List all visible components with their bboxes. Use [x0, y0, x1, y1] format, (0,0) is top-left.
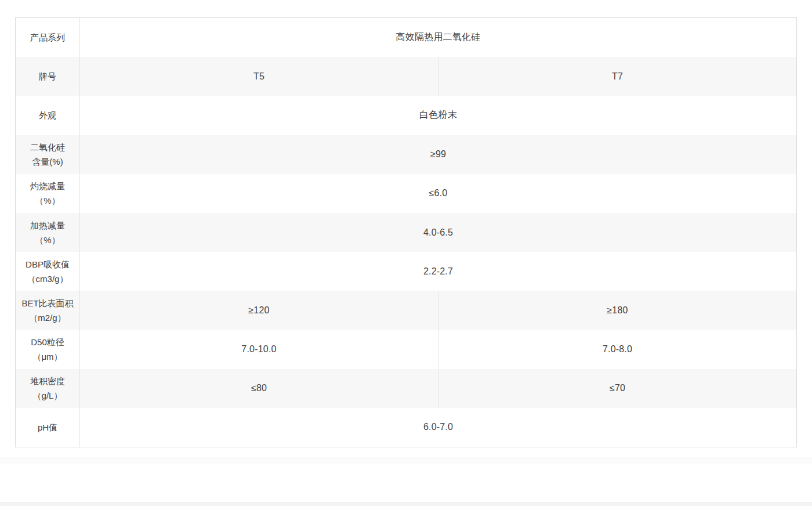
row-label-text: 外观	[39, 108, 56, 122]
row-label-text: D50粒径	[31, 335, 64, 349]
row-label: 牌号	[16, 57, 80, 96]
row-label-text: 加热减量	[30, 218, 65, 233]
row-value: 高效隔热用二氧化硅	[80, 18, 796, 57]
row-label-text: 产品系列	[30, 30, 65, 45]
table-row-dbp-absorption: DBP吸收值 （cm3/g） 2.2-2.7	[16, 252, 796, 291]
row-label: DBP吸收值 （cm3/g）	[16, 252, 80, 291]
row-label: pH值	[16, 408, 80, 447]
row-value-t7: T7	[438, 57, 796, 96]
table-row-d50-particle-size: D50粒径 （μm） 7.0-10.0 7.0-8.0	[16, 330, 796, 369]
row-label-text: 堆积密度	[30, 374, 65, 388]
row-label-text: 灼烧减量	[30, 179, 65, 193]
row-value: ≥99	[80, 135, 796, 174]
row-label: D50粒径 （μm）	[16, 330, 80, 369]
row-value-t5: ≥120	[80, 291, 438, 330]
table-row-grade: 牌号 T5 T7	[16, 57, 796, 96]
row-label: 灼烧减量 （%）	[16, 174, 80, 213]
row-label-text: 二氧化硅	[30, 140, 65, 154]
row-value: 2.2-2.7	[80, 252, 796, 291]
row-label: 产品系列	[16, 18, 80, 57]
row-label-text: BET比表面积	[21, 296, 73, 310]
row-label-text: pH值	[38, 420, 57, 435]
row-value-t5: ≤80	[80, 369, 438, 408]
row-label: 二氧化硅 含量(%)	[16, 135, 80, 174]
row-value: 4.0-6.5	[80, 213, 796, 252]
table-row-ph-value: pH值 6.0-7.0	[16, 408, 796, 447]
row-label-text: DBP吸收值	[26, 257, 70, 272]
white-highlight-artifact	[375, 45, 399, 55]
row-value: 白色粉末	[80, 96, 796, 135]
table-row-bet-surface-area: BET比表面积 （m2/g） ≥120 ≥180	[16, 291, 796, 330]
row-value-t5: T5	[80, 57, 438, 96]
row-label: 外观	[16, 96, 80, 135]
row-label: 加热减量 （%）	[16, 213, 80, 252]
table-row-bulk-density: 堆积密度 （g/L） ≤80 ≤70	[16, 369, 796, 408]
table-row-appearance: 外观 白色粉末	[16, 96, 796, 135]
table-row-product-series: 产品系列 高效隔热用二氧化硅	[16, 18, 796, 57]
row-value-t7: ≤70	[438, 369, 796, 408]
product-spec-table: 产品系列 高效隔热用二氧化硅 牌号 T5 T7 外观 白色粉末 二氧化硅 含量(…	[15, 17, 797, 447]
row-value-t7: 7.0-8.0	[438, 330, 796, 369]
faint-background-band	[0, 457, 812, 464]
row-label: 堆积密度 （g/L）	[16, 369, 80, 408]
footer-edge-line	[0, 503, 812, 506]
row-label-text: 牌号	[39, 69, 56, 84]
row-value-t5: 7.0-10.0	[80, 330, 438, 369]
row-label: BET比表面积 （m2/g）	[16, 291, 80, 330]
table-row-silica-content: 二氧化硅 含量(%) ≥99	[16, 135, 796, 174]
row-value-t7: ≥180	[438, 291, 796, 330]
row-value: 6.0-7.0	[80, 408, 796, 447]
table-row-loss-on-ignition: 灼烧减量 （%） ≤6.0	[16, 174, 796, 213]
table-row-loss-on-heating: 加热减量 （%） 4.0-6.5	[16, 213, 796, 252]
row-value: ≤6.0	[80, 174, 796, 213]
